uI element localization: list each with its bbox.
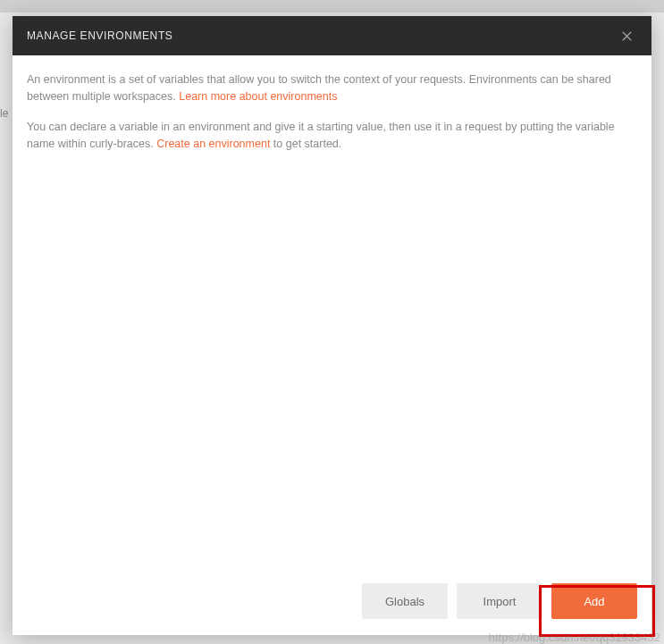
import-button[interactable]: Import: [457, 583, 542, 619]
modal-footer: Globals Import Add: [13, 571, 651, 635]
manage-environments-modal: MANAGE ENVIRONMENTS An environment is a …: [13, 16, 651, 635]
backdrop-text-fragment: le: [0, 107, 8, 120]
intro-paragraph-1: An environment is a set of variables tha…: [27, 71, 637, 106]
close-icon: [620, 29, 634, 43]
close-button[interactable]: [616, 25, 637, 46]
modal-title: MANAGE ENVIRONMENTS: [27, 29, 172, 42]
modal-header: MANAGE ENVIRONMENTS: [13, 16, 651, 55]
intro-text-2b: to get started.: [270, 138, 341, 150]
intro-paragraph-2: You can declare a variable in an environ…: [27, 119, 637, 154]
create-environment-link[interactable]: Create an environment: [156, 138, 270, 150]
globals-button[interactable]: Globals: [362, 583, 448, 619]
modal-body: An environment is a set of variables tha…: [13, 55, 651, 571]
learn-more-link[interactable]: Learn more about environments: [179, 90, 337, 103]
watermark-text: https://blog.csdn.net/qq32933432: [489, 631, 660, 644]
add-button[interactable]: Add: [551, 583, 637, 619]
backdrop-toolbar-strip: [0, 0, 664, 13]
